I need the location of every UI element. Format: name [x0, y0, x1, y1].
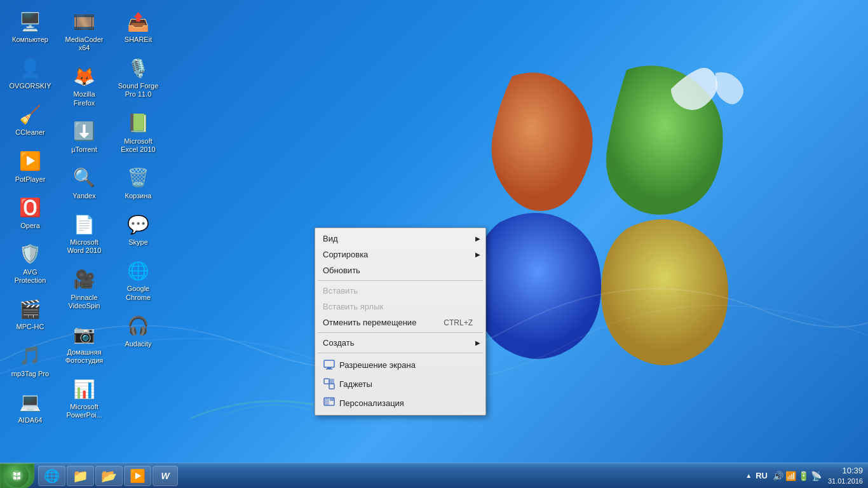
tray-icons: 🔊 📶 🔋 📡: [773, 471, 822, 481]
avg-icon: 🛡️: [18, 241, 43, 267]
aida64-icon: 💻: [18, 390, 43, 415]
utorrent-icon: ⬇️: [72, 119, 97, 144]
start-orb: [6, 464, 29, 487]
skype-label: Skype: [128, 238, 148, 247]
audacity-icon: 🎧: [126, 313, 151, 339]
desktop-icon-firefox[interactable]: 🦊 Mozilla Firefox: [60, 61, 108, 109]
mpchc-label: MPC-HC: [17, 323, 44, 331]
menu-item-otmenit[interactable]: Отменить перемещение CTRL+Z: [315, 315, 485, 330]
chrome-icon: 🌐: [126, 258, 151, 283]
volume-icon[interactable]: 🔊: [773, 471, 783, 481]
desktop-icon-utorrent[interactable]: ⬇️ µTorrent: [60, 116, 108, 156]
desktop-icon-powerpoint[interactable]: 📊 Microsoft PowerPoi...: [60, 374, 108, 422]
desktop-icon-shareit[interactable]: 📤 SHAREit: [114, 6, 162, 46]
taskbar-btn-word[interactable]: W: [153, 466, 178, 486]
language-indicator[interactable]: RU: [756, 471, 768, 480]
desktop-icon-mp3tag[interactable]: 🎵 mp3Tag Pro: [6, 341, 54, 381]
vid-arrow-icon: ▶: [475, 235, 480, 242]
desktop-icon-word[interactable]: 📄 Microsoft Word 2010: [60, 209, 108, 257]
menu-item-vstavit: Вставить: [315, 283, 485, 299]
desktop-icons-container: 🖥️ Компьютер 👤 OVGORSKIY 🧹 CCleaner ▶️ P…: [6, 6, 149, 464]
menu-item-personalizaciya-label: Персонализация: [339, 398, 404, 408]
korzina-icon: 🗑️: [126, 165, 151, 191]
desktop-icon-computer[interactable]: 🖥️ Компьютер: [6, 6, 54, 46]
ovgorskiy-label: OVGORSKIY: [9, 82, 51, 90]
soundforge-label: Sound Forge Pro 11.0: [117, 82, 159, 98]
soundforge-icon: 🎙️: [126, 55, 151, 81]
desktop-icon-mediacoder[interactable]: 🎞️ MediaCoder x64: [60, 6, 108, 55]
menu-item-sozdat-label: Создать: [323, 338, 354, 348]
word-icon: 📄: [72, 212, 97, 237]
svg-rect-5: [329, 379, 334, 384]
menu-item-razreshenie[interactable]: Разрешение экрана: [315, 355, 485, 374]
desktop-icon-aida64[interactable]: 💻 AIDA64: [6, 387, 54, 427]
menu-item-personalizaciya[interactable]: Персонализация: [315, 393, 485, 412]
utorrent-label: µTorrent: [71, 146, 97, 154]
menu-item-vstavit-yarlyk: Вставить ярлык: [315, 299, 485, 315]
menu-item-gadzhety[interactable]: Гаджеты: [315, 374, 485, 393]
personalization-icon: [323, 396, 336, 409]
excel-label: Microsoft Excel 2010: [117, 137, 159, 154]
menu-separator-2: [318, 332, 483, 333]
desktop-icon-fotostudio[interactable]: 📷 Домашняя Фотостудия: [60, 319, 108, 367]
desktop-icon-excel[interactable]: 📗 Microsoft Excel 2010: [114, 108, 162, 156]
ovgorskiy-icon: 👤: [18, 55, 43, 81]
menu-item-razreshenie-label: Разрешение экрана: [339, 360, 416, 370]
svg-rect-7: [325, 398, 329, 405]
taskbar-btn-filemanager[interactable]: 📂: [95, 466, 123, 486]
tray-expand-icon[interactable]: ▲: [745, 472, 752, 479]
menu-item-vid[interactable]: Вид ▶: [315, 231, 485, 247]
system-tray: ▲ RU 🔊 📶 🔋 📡 10:39 31.01.2016: [739, 463, 868, 488]
taskbar-btn-media[interactable]: ▶️: [124, 466, 151, 486]
desktop-icon-avg[interactable]: 🛡️ AVG Protection: [6, 239, 54, 287]
computer-icon: 🖥️: [18, 9, 43, 34]
mpchc-icon: 🎬: [18, 296, 43, 322]
menu-separator-3: [318, 353, 483, 353]
tray-clock[interactable]: 10:39 31.01.2016: [828, 465, 863, 487]
desktop-icon-korzina[interactable]: 🗑️ Корзина: [114, 163, 162, 203]
desktop-icon-chrome[interactable]: 🌐 Google Chrome: [114, 255, 162, 304]
svg-rect-4: [329, 384, 334, 389]
menu-item-vid-label: Вид: [323, 234, 338, 243]
network-icon[interactable]: 📶: [785, 471, 796, 481]
menu-item-vstavit-label: Вставить: [323, 286, 358, 295]
desktop-icon-soundforge[interactable]: 🎙️ Sound Forge Pro 11.0: [114, 53, 162, 101]
desktop-icon-ovgorskiy[interactable]: 👤 OVGORSKIY: [6, 53, 54, 93]
menu-separator-1: [318, 280, 483, 281]
svg-rect-1: [327, 367, 331, 369]
chrome-label: Google Chrome: [117, 285, 159, 301]
aida64-label: AIDA64: [18, 416, 43, 424]
screen-resolution-icon: [323, 358, 336, 371]
clock-date: 31.01.2016: [828, 477, 863, 486]
audacity-label: Audacity: [125, 340, 151, 348]
computer-label: Компьютер: [12, 36, 48, 44]
desktop-icon-audacity[interactable]: 🎧 Audacity: [114, 311, 162, 351]
signal-icon[interactable]: 📡: [811, 471, 822, 481]
desktop-icon-pinnacle[interactable]: 🎥 Pinnacle VideoSpin: [60, 264, 108, 313]
desktop-icon-yandex[interactable]: 🔍 Yandex: [60, 163, 108, 203]
desktop-icon-opera[interactable]: 🅾️ Opera: [6, 193, 54, 233]
yandex-label: Yandex: [72, 192, 96, 200]
desktop-icon-mpchc[interactable]: 🎬 MPC-HC: [6, 294, 54, 334]
taskbar-btn-explorer[interactable]: 📁: [67, 466, 94, 486]
ie-icon: 🌐: [44, 468, 60, 484]
mp3tag-label: mp3Tag Pro: [11, 370, 49, 378]
menu-item-obnovit-label: Обновить: [323, 266, 360, 275]
menu-item-sozdat[interactable]: Создать ▶: [315, 335, 485, 351]
sortirovka-arrow-icon: ▶: [475, 251, 480, 258]
pinnacle-icon: 🎥: [72, 267, 97, 292]
desktop-icon-skype[interactable]: 💬 Skype: [114, 209, 162, 249]
menu-item-vstavit-yarlyk-label: Вставить ярлык: [323, 302, 383, 311]
shareit-icon: 📤: [126, 9, 151, 34]
yandex-icon: 🔍: [72, 165, 97, 191]
start-button[interactable]: [0, 463, 34, 489]
desktop-icon-ccleaner[interactable]: 🧹 CCleaner: [6, 99, 54, 139]
taskbar-btn-ie[interactable]: 🌐: [38, 466, 65, 486]
fotostudio-icon: 📷: [72, 322, 97, 347]
menu-item-obnovit[interactable]: Обновить: [315, 262, 485, 278]
battery-icon[interactable]: 🔋: [798, 471, 809, 481]
firefox-icon: 🦊: [72, 64, 97, 89]
desktop-icon-potplayer[interactable]: ▶️ PotPlayer: [6, 146, 54, 186]
menu-item-sortirovka[interactable]: Сортировка ▶: [315, 247, 485, 262]
powerpoint-icon: 📊: [72, 376, 97, 402]
